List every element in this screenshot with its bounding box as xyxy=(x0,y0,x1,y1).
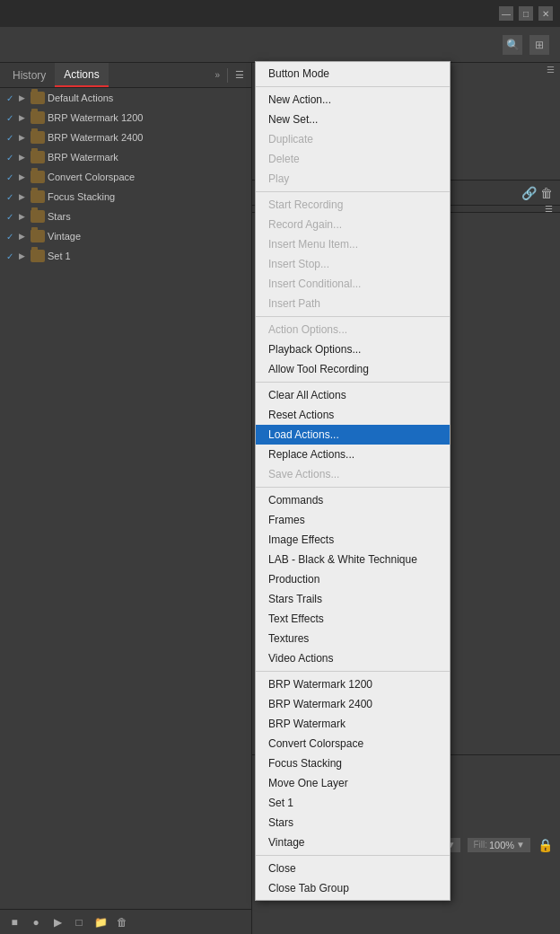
action-list-item[interactable]: ✓▶Convert Colorspace xyxy=(0,167,251,187)
menu-item-brp-watermark-1200[interactable]: BRP Watermark 1200 xyxy=(256,674,450,694)
action-item-label: BRP Watermark 1200 xyxy=(48,112,251,123)
folder-icon xyxy=(31,250,45,262)
action-list-item[interactable]: ✓▶BRP Watermark 1200 xyxy=(0,108,251,128)
lower-panel-controls: 🔗 🗑 xyxy=(521,186,553,200)
record-button[interactable]: ● xyxy=(27,913,45,931)
folder-icon xyxy=(31,131,45,144)
action-item-label: Focus Stacking xyxy=(48,191,251,202)
expand-arrow-icon[interactable]: ▶ xyxy=(19,192,28,201)
action-list-item[interactable]: ✓▶Focus Stacking xyxy=(0,187,251,207)
menu-item-video-actions[interactable]: Video Actions xyxy=(256,648,450,668)
menu-item-close-tab-group[interactable]: Close Tab Group xyxy=(256,878,450,898)
menu-item-replace-actions---[interactable]: Replace Actions... xyxy=(256,445,450,464)
check-mark-icon: ✓ xyxy=(4,192,16,202)
menu-item-close[interactable]: Close xyxy=(256,859,450,878)
lower-panel-delete-icon[interactable]: 🗑 xyxy=(540,186,553,200)
expand-arrow-icon[interactable]: ▶ xyxy=(19,93,28,102)
menu-item-start-recording: Start Recording xyxy=(256,195,450,215)
restore-button[interactable]: □ xyxy=(519,6,533,21)
menu-item-new-set---[interactable]: New Set... xyxy=(256,110,450,129)
action-list-item[interactable]: ✓▶Set 1 xyxy=(0,246,251,266)
menu-item-load-actions---[interactable]: Load Actions... xyxy=(256,425,450,445)
delete-action-button[interactable]: 🗑 xyxy=(113,913,131,931)
menu-item-delete: Delete xyxy=(256,149,450,169)
menu-item-convert-colorspace[interactable]: Convert Colorspace xyxy=(256,734,450,753)
search-icon[interactable]: 🔍 xyxy=(503,35,522,55)
minimize-button[interactable]: — xyxy=(499,6,513,21)
action-item-label: Default Actions xyxy=(48,93,251,103)
menu-item-production[interactable]: Production xyxy=(256,569,450,589)
swatches-menu-icon[interactable]: ☰ xyxy=(547,65,555,75)
action-list-item[interactable]: ✓▶Vintage xyxy=(0,226,251,246)
panel-menu-icon[interactable]: ☰ xyxy=(232,69,248,81)
action-list-item[interactable]: ✓▶Default Actions xyxy=(0,88,251,108)
close-button[interactable]: ✕ xyxy=(538,6,553,21)
divider xyxy=(227,68,228,83)
stop-button[interactable]: ■ xyxy=(5,913,23,931)
menu-separator xyxy=(256,671,450,672)
menu-item-vintage[interactable]: Vintage xyxy=(256,833,450,852)
expand-arrow-icon[interactable]: ▶ xyxy=(19,133,28,142)
check-mark-icon: ✓ xyxy=(4,93,16,103)
menu-separator xyxy=(256,382,450,383)
menu-item-insert-menu-item---: Insert Menu Item... xyxy=(256,234,450,254)
menu-item-stars-trails[interactable]: Stars Trails xyxy=(256,589,450,609)
fill-arrow[interactable]: ▼ xyxy=(516,840,525,850)
menu-item-clear-all-actions[interactable]: Clear All Actions xyxy=(256,385,450,405)
menu-item-brp-watermark-2400[interactable]: BRP Watermark 2400 xyxy=(256,694,450,714)
menu-separator xyxy=(256,191,450,192)
menu-item-playback-options---[interactable]: Playback Options... xyxy=(256,339,450,359)
menu-item-new-action---[interactable]: New Action... xyxy=(256,90,450,110)
menu-item-image-effects[interactable]: Image Effects xyxy=(256,530,450,550)
expand-arrow-icon[interactable]: ▶ xyxy=(19,172,28,181)
menu-item-allow-tool-recording[interactable]: Allow Tool Recording xyxy=(256,359,450,379)
folder-icon xyxy=(31,190,45,203)
menu-item-set-1[interactable]: Set 1 xyxy=(256,793,450,813)
folder-icon xyxy=(31,210,45,223)
menu-item-brp-watermark[interactable]: BRP Watermark xyxy=(256,714,450,734)
panel-tabs: History Actions » ☰ xyxy=(0,63,251,88)
fill-control[interactable]: Fill: 100% ▼ xyxy=(468,838,530,852)
menu-item-text-effects[interactable]: Text Effects xyxy=(256,609,450,629)
expand-arrow-icon[interactable]: ▶ xyxy=(19,113,28,122)
expand-arrow-icon[interactable]: ▶ xyxy=(19,212,28,221)
menu-item-frames[interactable]: Frames xyxy=(256,510,450,530)
expand-arrow-icon[interactable]: ▶ xyxy=(19,232,28,241)
expand-arrow-icon[interactable]: ▶ xyxy=(19,153,28,162)
check-mark-icon: ✓ xyxy=(4,153,16,163)
folder-icon xyxy=(31,230,45,242)
action-item-label: Convert Colorspace xyxy=(48,172,251,182)
menu-item-stars[interactable]: Stars xyxy=(256,813,450,833)
lower-content-menu[interactable]: ☰ xyxy=(545,204,553,214)
layout-icon[interactable]: ⊞ xyxy=(529,35,549,55)
new-action-button[interactable]: □ xyxy=(70,913,88,931)
folder-icon xyxy=(31,151,45,163)
lower-panel-link-icon[interactable]: 🔗 xyxy=(521,186,537,200)
action-item-label: Stars xyxy=(48,211,251,222)
tab-history[interactable]: History xyxy=(4,63,55,87)
menu-separator xyxy=(256,855,450,856)
expand-panels-icon[interactable]: » xyxy=(211,70,223,80)
expand-arrow-icon[interactable]: ▶ xyxy=(19,251,28,260)
menu-item-commands[interactable]: Commands xyxy=(256,490,450,510)
action-item-label: Set 1 xyxy=(48,251,251,261)
action-item-label: Vintage xyxy=(48,231,251,242)
action-list-item[interactable]: ✓▶BRP Watermark xyxy=(0,147,251,167)
menu-item-duplicate: Duplicate xyxy=(256,129,450,149)
menu-item-textures[interactable]: Textures xyxy=(256,629,450,648)
check-mark-icon: ✓ xyxy=(4,232,16,242)
action-list-item[interactable]: ✓▶BRP Watermark 2400 xyxy=(0,128,251,147)
menu-item-button-mode[interactable]: Button Mode xyxy=(256,64,450,84)
menu-item-focus-stacking[interactable]: Focus Stacking xyxy=(256,753,450,773)
tab-actions[interactable]: Actions xyxy=(55,63,108,87)
check-mark-icon: ✓ xyxy=(4,113,16,123)
play-button[interactable]: ▶ xyxy=(48,913,66,931)
panel-tab-controls: » ☰ xyxy=(211,68,248,83)
folder-icon xyxy=(31,92,45,104)
menu-item-lab---black---white-technique[interactable]: LAB - Black & White Technique xyxy=(256,550,450,569)
menu-item-reset-actions[interactable]: Reset Actions xyxy=(256,405,450,425)
lock-icon: 🔒 xyxy=(538,838,553,852)
menu-item-move-one-layer[interactable]: Move One Layer xyxy=(256,773,450,793)
action-list-item[interactable]: ✓▶Stars xyxy=(0,207,251,226)
new-set-button[interactable]: 📁 xyxy=(92,913,109,931)
